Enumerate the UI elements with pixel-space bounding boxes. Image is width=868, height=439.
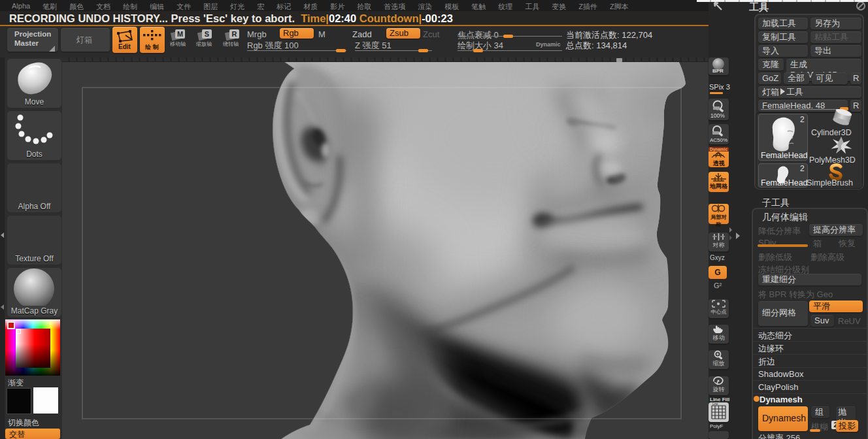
svg-text:Edit: Edit [118, 43, 131, 50]
svg-text:AC50%: AC50% [710, 137, 727, 143]
svg-text:Line: Line [712, 402, 718, 406]
svg-text:绘 制: 绘 制 [144, 44, 159, 50]
svg-text:BPR: BPR [712, 68, 724, 74]
svg-text:100%: 100% [710, 112, 725, 119]
